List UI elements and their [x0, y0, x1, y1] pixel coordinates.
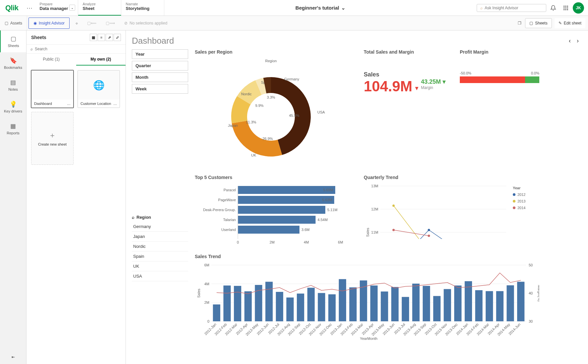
bookmark-icon: 🔖	[0, 57, 26, 64]
svg-text:2012: 2012	[517, 193, 525, 197]
insight-advisor-button[interactable]: ◉ Insight Advisor	[28, 18, 70, 29]
svg-rect-86	[234, 286, 241, 321]
chart-quarterly[interactable]: Quarterly Trend 9M10M11M12M13MQ1Q2Q3Q4Sa…	[364, 175, 543, 247]
svg-text:50: 50	[529, 263, 533, 267]
user-avatar[interactable]: JK	[573, 2, 584, 14]
svg-text:5.69M: 5.69M	[323, 188, 333, 192]
svg-text:9.9%: 9.9%	[255, 104, 263, 108]
svg-rect-0	[563, 6, 564, 7]
step-back-button[interactable]: ▢⟸	[82, 16, 101, 30]
svg-rect-91	[286, 297, 294, 321]
svg-text:PageWave: PageWave	[218, 198, 236, 202]
more-icon[interactable]: …	[113, 102, 117, 106]
svg-rect-31	[238, 216, 316, 224]
nav-narrate[interactable]: Narrate Storytelling	[121, 0, 164, 16]
svg-rect-5	[567, 7, 568, 8]
nav-analyze[interactable]: Analyze Sheet	[78, 0, 121, 16]
svg-rect-6	[563, 9, 564, 10]
rail-item-notes[interactable]: ▤Notes	[0, 74, 26, 96]
list-view-button[interactable]: ≡	[98, 34, 105, 41]
sheet-card-dashboard[interactable]: Dashboard…	[31, 70, 74, 108]
svg-rect-4	[565, 7, 566, 8]
sheet-card-customer-location[interactable]: 🌐 Customer Location…	[78, 70, 120, 108]
chart-sales-trend[interactable]: Sales Trend 02M4M6M3040502012-Jan2012-Fe…	[195, 254, 539, 342]
hbar-chart: Paracel5.69MPageWave5.63MDeak-Perera Gro…	[195, 183, 354, 246]
chart-title: Sales per Region	[195, 49, 354, 55]
svg-text:11M: 11M	[371, 230, 378, 234]
svg-rect-94	[318, 293, 325, 321]
more-icon[interactable]: …	[67, 102, 71, 106]
collapse-rail-button[interactable]: ⇤	[12, 350, 15, 364]
next-sheet-button[interactable]: ›	[577, 37, 579, 44]
svg-text:6M: 6M	[204, 263, 209, 267]
bookmark-bar-icon[interactable]: ❐	[514, 18, 525, 29]
filter-month[interactable]: Month	[132, 72, 188, 82]
svg-point-67	[513, 193, 515, 196]
svg-text:Nordic: Nordic	[241, 92, 252, 96]
region-item[interactable]: Nordic	[132, 242, 188, 251]
svg-text:Sales: Sales	[366, 228, 370, 237]
svg-rect-96	[339, 279, 346, 322]
app-title-dropdown[interactable]: Beginner's tutorial ⌄	[164, 0, 477, 16]
svg-rect-3	[563, 7, 564, 8]
sheet-search-input[interactable]	[35, 47, 122, 51]
insight-search[interactable]: ⌕	[477, 4, 546, 12]
svg-rect-1	[565, 6, 566, 7]
search-icon: ⌕	[480, 6, 483, 10]
svg-text:3.3%: 3.3%	[267, 95, 275, 99]
insight-search-input[interactable]	[485, 6, 543, 10]
chart-top5[interactable]: Top 5 Customers Paracel5.69MPageWave5.63…	[195, 175, 354, 247]
search-icon: ⌕	[30, 47, 33, 51]
chevron-down-icon[interactable]: ⌄	[69, 5, 75, 11]
region-item[interactable]: Japan	[132, 232, 188, 242]
edit-sheet-button[interactable]: ✎ Edit sheet	[555, 18, 585, 28]
svg-point-65	[428, 235, 430, 237]
key-icon: 💡	[0, 101, 26, 108]
rail-item-sheets[interactable]: ▢Sheets	[0, 30, 26, 52]
svg-text:5.11M: 5.11M	[327, 208, 338, 212]
filter-week[interactable]: Week	[132, 84, 188, 94]
rail-item-bookmarks[interactable]: 🔖Bookmarks	[0, 52, 26, 74]
sheets-panel: Sheets ▦ ≡ ⇗ ⤢ ⌕ Public (1) My own (2) D…	[27, 30, 126, 364]
filter-year[interactable]: Year	[132, 49, 188, 59]
filter-quarter[interactable]: Quarter	[132, 61, 188, 70]
plus-icon: ＋	[49, 130, 56, 140]
svg-text:45.5%: 45.5%	[289, 114, 299, 117]
region-item[interactable]: Germany	[132, 222, 188, 232]
svg-text:26.9%: 26.9%	[262, 137, 273, 141]
svg-text:13M: 13M	[371, 184, 378, 188]
nav-prepare[interactable]: Prepare Data manager ⌄	[35, 0, 78, 16]
assets-button[interactable]: ▢ Assets	[0, 16, 27, 30]
rail-item-reports[interactable]: ▦Reports	[0, 118, 26, 140]
apps-grid-icon[interactable]	[560, 2, 571, 14]
svg-rect-101	[391, 287, 399, 321]
notes-icon: ▤	[0, 79, 26, 86]
panel-search[interactable]: ⌕	[27, 45, 126, 54]
create-sheet-button[interactable]: ＋ Create new sheet	[31, 112, 74, 165]
chevron-down-icon: ⌄	[341, 5, 346, 11]
svg-rect-2	[567, 6, 568, 7]
tab-myown[interactable]: My own (2)	[76, 54, 126, 66]
grid-view-button[interactable]: ▦	[90, 34, 97, 41]
svg-rect-92	[297, 294, 304, 321]
insight-label: Insight Advisor	[39, 21, 65, 25]
sheets-dropdown[interactable]: ▢ Sheets	[525, 18, 552, 28]
pin-button[interactable]: ⇗	[106, 34, 113, 41]
tab-public[interactable]: Public (1)	[27, 54, 76, 66]
clear-selections: ⊘ No selections applied	[120, 16, 172, 30]
chart-sales-per-region[interactable]: Sales per Region RegionUSA45.5%UK26.9%Ja…	[195, 49, 354, 167]
region-item[interactable]: USA	[132, 271, 188, 281]
region-item[interactable]: Spain	[132, 251, 188, 261]
notifications-icon[interactable]	[548, 2, 559, 14]
svg-text:Germany: Germany	[284, 77, 299, 81]
rail-item-keydrivers[interactable]: 💡Key drivers	[0, 96, 26, 118]
svg-text:12M: 12M	[371, 207, 378, 211]
sheets-icon: ▢	[1, 35, 26, 42]
expand-button[interactable]: ⤢	[114, 34, 121, 41]
more-menu[interactable]: ⋯	[24, 0, 35, 16]
smart-select-button[interactable]: ⟐	[71, 16, 82, 30]
app-title: Beginner's tutorial	[295, 5, 339, 11]
region-item[interactable]: UK	[132, 261, 188, 271]
step-forward-button[interactable]: ▢⟹	[101, 16, 120, 30]
prev-sheet-button[interactable]: ‹	[569, 37, 571, 44]
